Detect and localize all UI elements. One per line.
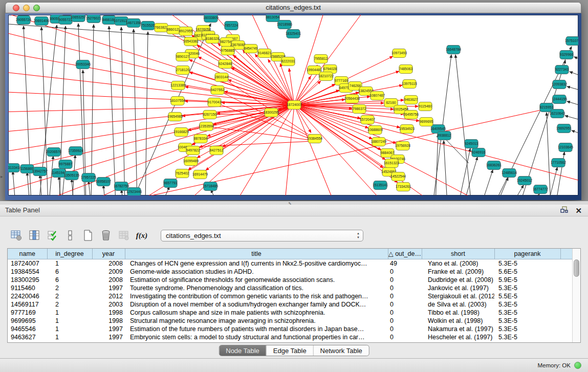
minimize-window-button[interactable] — [23, 5, 30, 11]
table-row[interactable]: 2242004622012Investigating the contribut… — [8, 292, 573, 300]
table-row[interactable]: 977716911998Corpus callosum shape and si… — [8, 309, 573, 317]
cell[interactable]: 0 — [388, 333, 422, 341]
table-selector-dropdown[interactable]: citations_edges.txt ▲▼ — [161, 230, 363, 242]
graph-node-teal[interactable]: 13942757 — [32, 167, 48, 176]
table-row[interactable]: 946362711997Embryonic stem cells: a mode… — [8, 333, 573, 341]
black-edge[interactable] — [574, 57, 578, 63]
cell[interactable]: 5.3E-5 — [494, 259, 560, 268]
cell[interactable]: 0 — [388, 276, 422, 284]
graph-node-selected[interactable]: 19166829 — [173, 128, 189, 137]
function-builder-icon[interactable]: f(x) — [136, 229, 148, 242]
dropdown-stepper-icon[interactable]: ▲▼ — [357, 231, 360, 239]
table-row[interactable]: 911546021997Tourette syndrome. Phenomeno… — [8, 284, 573, 292]
graph-node-teal[interactable]: 9938812 — [438, 132, 451, 140]
red-edge-ray[interactable] — [8, 71, 294, 105]
network-view-window[interactable]: citations_edges.txt 29055724206914068905… — [5, 2, 581, 200]
graph-node-teal[interactable]: 20053346 — [75, 60, 91, 69]
red-edge-ray[interactable] — [8, 30, 294, 105]
cell[interactable]: Corpus callosum shape and size in male p… — [125, 309, 388, 317]
cell[interactable]: 2009 — [92, 268, 125, 276]
graph-node-teal[interactable]: 15276021 — [86, 15, 101, 23]
graph-node-selected[interactable]: 16543382 — [183, 37, 199, 46]
cell[interactable]: 0 — [388, 268, 422, 276]
graph-node-teal[interactable]: 10653257 — [71, 15, 86, 22]
graph-node-selected[interactable]: 18300295 — [264, 108, 279, 117]
graph-node-teal[interactable]: 20206576 — [46, 148, 61, 157]
graph-node-teal[interactable]: 12093832 — [552, 80, 567, 89]
panel-collapse-arrow-icon[interactable]: ▸ — [1, 174, 3, 179]
graph-node-selected[interactable]: 8427512 — [210, 146, 224, 155]
cell[interactable]: Stergiakouli et al. (2012) — [422, 292, 494, 300]
column-header-title[interactable]: title — [125, 249, 388, 259]
cell[interactable]: 5.3E-5 — [494, 317, 560, 325]
graph-node-selected[interactable]: 9463627 — [404, 96, 418, 104]
graph-node-selected[interactable]: 9146821 — [258, 49, 272, 58]
graph-node-teal[interactable]: 19245012 — [517, 177, 532, 185]
graph-node-selected[interactable]: 15720407 — [360, 116, 375, 124]
black-edge[interactable] — [567, 101, 578, 108]
cell[interactable]: 2 — [47, 292, 92, 300]
select-columns-icon[interactable] — [46, 229, 58, 242]
graph-node-selected[interactable]: 9890127 — [176, 53, 190, 61]
graph-node-teal[interactable]: 13505135 — [64, 171, 79, 180]
black-edge[interactable] — [455, 55, 471, 195]
graph-node-teal[interactable]: 29055724 — [16, 16, 31, 25]
graph-node-selected[interactable]: 8186328 — [206, 35, 220, 43]
cell[interactable]: 1 — [47, 325, 92, 333]
table-row[interactable]: 1938455462009Genome-wide association stu… — [8, 268, 573, 276]
graph-node-teal[interactable]: 12444155 — [552, 95, 567, 104]
cell[interactable]: 1997 — [92, 333, 125, 341]
table-row[interactable]: 1830029562008Estimation of significance … — [8, 276, 573, 284]
cell[interactable]: 5.3E-5 — [494, 300, 560, 309]
graph-node-selected[interactable]: 8454749 — [244, 45, 258, 53]
graph-node-selected[interactable]: 7986372 — [353, 105, 366, 114]
graph-node-selected[interactable]: 2718120 — [176, 66, 190, 75]
graph-node-teal[interactable]: 9246916 — [472, 148, 486, 157]
graph-node-teal[interactable]: 9245013 — [465, 140, 478, 148]
cell[interactable]: 5.9E-5 — [494, 276, 560, 284]
graph-node-teal[interactable]: 7857224 — [225, 21, 238, 30]
graph-node-teal[interactable]: 12923446 — [126, 188, 142, 196]
graph-node-selected[interactable]: 2803144 — [215, 73, 229, 82]
cell[interactable]: Yano et al. (2008) — [422, 259, 494, 268]
cell[interactable]: Investigating the contribution of common… — [125, 292, 388, 300]
delete-table-icon[interactable] — [118, 229, 130, 242]
close-window-button[interactable] — [13, 5, 19, 11]
graph-node-teal[interactable]: 16836261 — [486, 161, 502, 170]
scrollbar-thumb[interactable] — [574, 259, 579, 277]
graph-node-selected[interactable]: 19756928 — [395, 142, 410, 150]
cell[interactable]: 0 — [388, 317, 422, 325]
table-row[interactable]: 1456911722003Disruption of a novel membe… — [8, 300, 573, 309]
cell[interactable]: 2008 — [92, 276, 125, 284]
graph-node-teal[interactable]: 9227343 — [555, 65, 569, 74]
cell[interactable]: Tibbo et al. (1998) — [422, 309, 494, 317]
graph-node-selected[interactable]: 8860123 — [167, 26, 181, 34]
cell[interactable]: Estimation of significance thresholds fo… — [125, 276, 388, 284]
cell[interactable]: Hescheler et al. (1997) — [422, 333, 494, 341]
cell[interactable]: 18724007 — [8, 259, 47, 268]
black-edge[interactable] — [570, 72, 578, 79]
cell[interactable]: 1 — [47, 317, 92, 325]
graph-node-selected[interactable]: 9427552 — [211, 86, 225, 95]
graph-node-selected[interactable]: 9699695 — [420, 118, 433, 126]
black-edge[interactable] — [91, 25, 94, 195]
close-panel-icon[interactable]: ✕ — [575, 207, 582, 215]
graph-node-selected[interactable]: 10688609 — [367, 126, 383, 135]
cell[interactable]: 0 — [388, 325, 422, 333]
graph-node-teal[interactable]: 15751074 — [565, 37, 578, 46]
black-edge[interactable] — [565, 116, 578, 122]
graph-node-teal[interactable]: 16958107 — [96, 178, 111, 186]
graph-node-teal[interactable]: 18325401 — [286, 30, 301, 38]
graph-node-teal[interactable]: 9329966 — [560, 51, 574, 59]
graph-node-teal[interactable]: 15135141 — [373, 181, 388, 190]
cell[interactable]: Franke et al. (2009) — [422, 268, 494, 276]
graph-node-teal[interactable]: 15718485 — [203, 182, 218, 191]
graph-node-selected[interactable]: 9170043 — [208, 98, 222, 107]
cell[interactable]: Structural magnetic resonance image aver… — [125, 317, 388, 325]
graph-node-teal[interactable]: 8813054 — [266, 15, 280, 22]
red-edge[interactable] — [223, 105, 294, 147]
cell[interactable]: 1998 — [92, 309, 125, 317]
cell[interactable]: 2012 — [92, 292, 125, 300]
graph-node-selected[interactable]: 17334261 — [396, 183, 411, 191]
cell[interactable]: Jankovic et al. (1997) — [422, 284, 494, 292]
